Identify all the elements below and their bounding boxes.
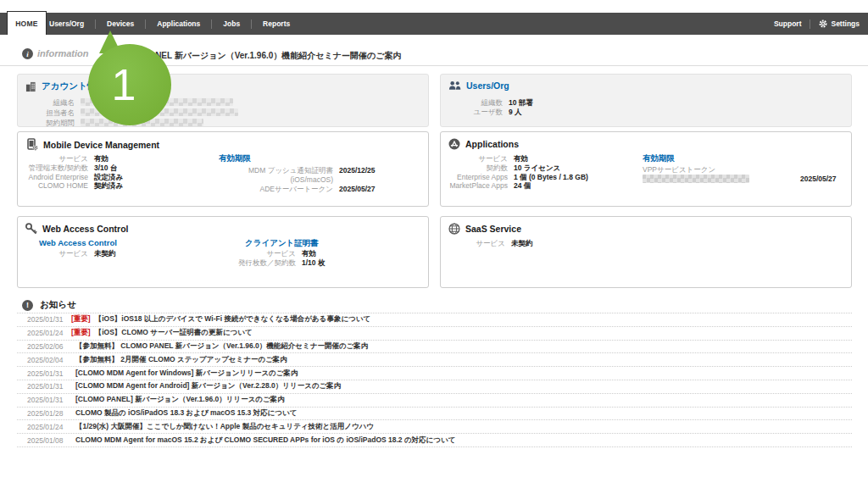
apps-marketplace-value: 24 個	[514, 181, 531, 191]
appstore-icon	[448, 138, 460, 150]
news-title: お知らせ	[40, 299, 76, 311]
alert-icon: !	[22, 300, 33, 311]
mdm-devices-value: 3/10 台	[94, 164, 117, 173]
news-link[interactable]: [CLOMO MDM Agent for Android] 新バージョン（Ver…	[75, 381, 341, 391]
news-date: 2025/01/24	[27, 329, 71, 337]
news-row: 2025/02/04【参加無料】 2月開催 CLOMO ステップアップセミナーの…	[17, 353, 852, 367]
cert-issued-label: 発行枚数／契約数	[225, 258, 296, 268]
news-row: 2025/01/28CLOMO 製品の iOS/iPadOS 18.3 および …	[17, 408, 852, 421]
client-cert-link[interactable]: クライアント証明書	[245, 238, 319, 249]
saas-service-label: サービス	[441, 239, 505, 248]
news-date: 2025/01/31	[27, 369, 71, 378]
news-list: 2025/01/31[重要]【iOS】iOS18 以上のデバイスで Wi-Fi …	[17, 313, 852, 447]
nav-settings[interactable]: Settings	[819, 19, 860, 28]
nav-jobs[interactable]: Jobs	[212, 19, 251, 28]
globe-icon	[448, 223, 460, 235]
wac-link[interactable]: Web Access Control	[39, 238, 117, 247]
news-row: 2025/01/24[重要]【iOS】CLOMO サーバー証明書の更新について	[17, 327, 852, 341]
news-row: 2025/01/31[重要]【iOS】iOS18 以上のデバイスで Wi-Fi …	[17, 313, 852, 327]
cert-issued-value: 1/10 枚	[302, 258, 325, 268]
vpp-token-date: 2025/05/27	[800, 175, 837, 183]
top-nav-bar: HOME Users/Org Devices Applications Jobs…	[0, 13, 868, 35]
menu-divider	[810, 19, 810, 29]
apps-marketplace-label: MarketPlace Apps	[441, 181, 508, 191]
mdm-card-title: Mobile Device Management	[43, 140, 159, 150]
news-link[interactable]: 【iOS】CLOMO サーバー証明書の更新について	[95, 328, 253, 338]
news-link[interactable]: 【参加無料】 2月開催 CLOMO ステップアップセミナーのご案内	[75, 355, 287, 365]
tab-home-label: HOME	[15, 19, 38, 28]
users-org-card: Users/Org 組織数10 部署 ユーザ数9 人	[440, 74, 852, 127]
account-period-label: 契約期間	[18, 119, 75, 129]
nav-users-org[interactable]: Users/Org	[49, 19, 95, 28]
utility-menu: Support Settings	[774, 13, 860, 35]
account-org-label: 組織名	[18, 98, 75, 108]
wac-service-value: 未契約	[94, 249, 116, 258]
annotation-step-marker: 1	[88, 44, 171, 125]
news-date: 2025/01/31	[27, 315, 71, 324]
news-date: 2025/01/31	[27, 396, 71, 404]
saas-service-value: 未契約	[511, 239, 533, 248]
mdm-service-label: サービス	[18, 154, 88, 164]
apps-expiry-link[interactable]: 有効期限	[643, 153, 675, 164]
news-date: 2025/01/28	[27, 409, 71, 418]
mdm-android-value: 設定済み	[94, 173, 123, 182]
building-icon	[25, 81, 36, 92]
account-contact-label: 担当者名	[18, 108, 75, 119]
gear-icon	[819, 19, 827, 28]
news-row: 2025/01/31[CLOMO MDM Agent for Windows] …	[17, 367, 852, 380]
key-icon	[25, 223, 37, 235]
news-link[interactable]: 【1/29(水) 大阪開催】ここでしか聞けない！Apple 製品のセキュリティ技…	[75, 422, 374, 432]
user-count-label: ユーザ数	[441, 108, 503, 117]
news-section-header: ! お知らせ	[22, 299, 76, 311]
apps-enterprise-value: 1 個 (0 Bytes / 1.8 GB)	[514, 173, 588, 182]
mdm-expiry-link[interactable]: 有効期限	[219, 153, 251, 164]
news-link[interactable]: [CLOMO MDM Agent for Windows] 新バージョンリリース…	[75, 369, 298, 379]
news-link[interactable]: [CLOMO PANEL] 新バージョン（Ver.1.96.0）リリースのご案内	[75, 395, 285, 405]
users-org-link[interactable]: Users/Org	[466, 80, 509, 91]
news-link[interactable]: CLOMO 製品の iOS/iPadOS 18.3 および macOS 15.3…	[75, 408, 297, 419]
org-count-value: 10 部署	[509, 98, 533, 108]
mdm-devices-label: 管理端末数/契約数	[18, 164, 88, 173]
apps-service-value: 有効	[514, 154, 528, 164]
news-row: 2025/02/06【参加無料】 CLOMO PANEL 新バージョン（Ver.…	[17, 341, 852, 354]
wac-service-label: サービス	[18, 249, 88, 258]
mdm-service-value: 有効	[94, 154, 108, 164]
cert-service-label: サービス	[225, 249, 296, 258]
device-gear-icon	[25, 138, 38, 151]
main-menu: Users/Org Devices Applications Jobs Repo…	[49, 13, 301, 35]
account-card: アカウント情報 組織名 担当者名 契約期間	[17, 74, 429, 127]
news-link[interactable]: CLOMO MDM Agent for macOS 15.2 および CLOMO…	[75, 435, 455, 446]
news-link[interactable]: 【iOS】iOS18 以上のデバイスで Wi-Fi 接続ができなくなる場合がある…	[95, 314, 371, 324]
news-date: 2025/02/04	[27, 356, 71, 364]
wac-card: Web Access Control Web Access Control サー…	[17, 216, 429, 288]
saas-card: SaaS Service サービス未契約	[440, 216, 852, 288]
news-row: 2025/01/31[CLOMO PANEL] 新バージョン（Ver.1.96.…	[17, 394, 852, 408]
news-row: 2025/01/31[CLOMO MDM Agent for Android] …	[17, 380, 852, 394]
users-icon	[448, 80, 461, 91]
annotation-step-number: 1	[112, 63, 148, 107]
tab-home[interactable]: HOME	[7, 11, 47, 35]
information-label: information	[37, 48, 89, 58]
apps-enterprise-label: Enterprise Apps	[441, 173, 508, 182]
mdm-home-value: 契約済み	[94, 181, 123, 191]
nav-devices[interactable]: Devices	[96, 19, 145, 28]
news-tag: [重要]	[71, 314, 91, 324]
cert-service-value: 有効	[302, 249, 316, 258]
news-row: 2025/01/24【1/29(水) 大阪開催】ここでしか聞けない！Apple …	[17, 420, 852, 434]
nav-reports[interactable]: Reports	[252, 19, 301, 28]
mdm-ade-token-label: ADEサーバートークン	[219, 185, 333, 194]
mdm-ade-token-date: 2025/05/27	[339, 185, 376, 194]
applications-card: Applications サービス有効 契約数10 ライセンス Enterpri…	[440, 131, 852, 207]
news-tag: [重要]	[71, 328, 91, 338]
news-date: 2025/01/08	[27, 436, 71, 445]
wac-card-title: Web Access Control	[42, 224, 129, 234]
redacted-vpp-token	[643, 175, 749, 183]
saas-card-title: SaaS Service	[465, 224, 521, 234]
news-link[interactable]: 【参加無料】 CLOMO PANEL 新バージョン（Ver.1.96.0）機能紹…	[75, 341, 368, 352]
nav-support[interactable]: Support	[774, 19, 802, 28]
settings-label: Settings	[831, 19, 860, 28]
news-date: 2025/01/31	[27, 382, 71, 391]
nav-applications[interactable]: Applications	[146, 19, 211, 28]
info-icon: i	[22, 48, 33, 59]
news-date: 2025/02/06	[27, 342, 71, 351]
